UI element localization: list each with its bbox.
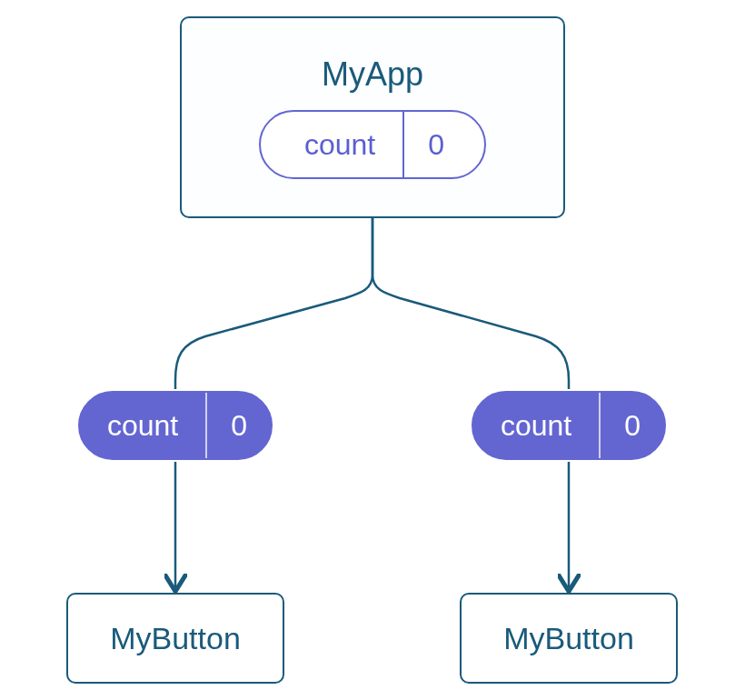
root-state-value: 0	[404, 112, 468, 177]
child-props-pill-left: count 0	[66, 391, 284, 460]
child-props-value: 0	[207, 393, 271, 458]
child-props-label: count	[473, 393, 599, 458]
root-state-pill: count 0	[259, 110, 486, 179]
root-component-box: MyApp count 0	[180, 16, 565, 218]
root-state-label: count	[277, 112, 402, 177]
child-component-box-left: MyButton	[66, 593, 284, 684]
child-component-box-right: MyButton	[460, 593, 678, 684]
child-component-title: MyButton	[110, 621, 241, 656]
child-component-title: MyButton	[503, 621, 634, 656]
child-props-value: 0	[601, 393, 664, 458]
root-component-title: MyApp	[322, 55, 423, 94]
child-props-pill-right: count 0	[460, 391, 678, 460]
child-props-label: count	[80, 393, 205, 458]
